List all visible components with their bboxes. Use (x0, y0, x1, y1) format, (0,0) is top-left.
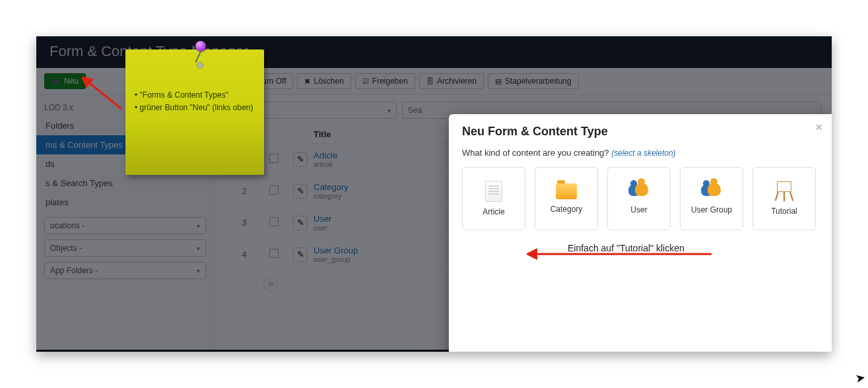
pushpin-icon (195, 41, 206, 69)
folder-icon (556, 183, 577, 199)
svg-line-0 (87, 81, 121, 109)
close-icon[interactable]: × (815, 121, 822, 135)
mouse-cursor-icon: ➤ (854, 370, 867, 386)
new-content-type-modal: × Neu Form & Content Type What kind of c… (449, 114, 832, 352)
skeleton-card-user[interactable]: User (607, 167, 671, 230)
skeleton-card-usergroup[interactable]: User Group (680, 167, 743, 230)
arrow-annotation-icon (82, 76, 128, 115)
sticky-note: "Forms & Content Types" grüner Button "N… (125, 49, 264, 175)
usergroup-icon (701, 183, 722, 200)
modal-title: Neu Form & Content Type (462, 125, 818, 139)
users-icon (628, 183, 650, 200)
skeleton-card-category[interactable]: Category (535, 167, 598, 230)
modal-hint: (select a skeleton) (611, 148, 675, 158)
skeleton-card-tutorial[interactable]: Tutorial (752, 167, 816, 230)
modal-question: What kind of content are you creating? (… (462, 148, 818, 158)
note-line: "Forms & Content Types" (135, 89, 255, 102)
document-icon (485, 181, 502, 202)
annotation-text: Einfach auf "Tutorial" klicken (568, 243, 684, 253)
note-line: grüner Button "Neu" (links oben) (135, 102, 255, 114)
skeleton-card-article[interactable]: Article (462, 167, 525, 230)
easel-icon (775, 181, 793, 201)
